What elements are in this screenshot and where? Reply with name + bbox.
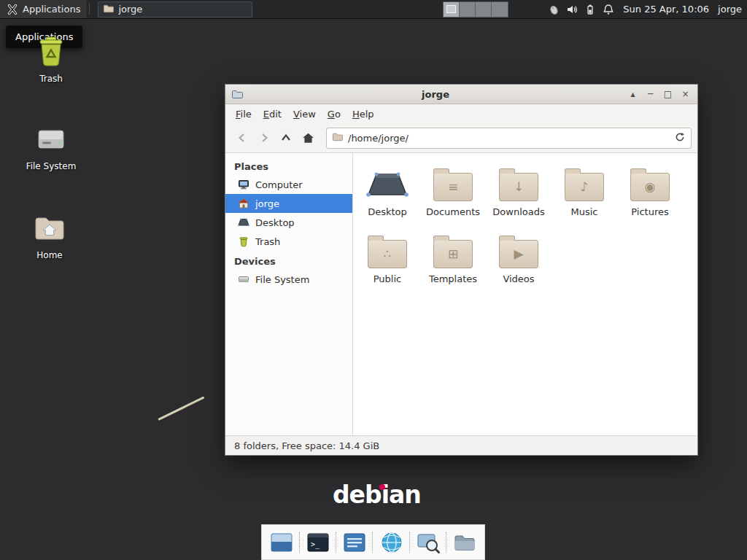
tray-power-icon[interactable]	[584, 4, 596, 15]
workspace-1[interactable]	[444, 2, 460, 17]
desktop-icon-home[interactable]: Home	[15, 210, 85, 260]
tray-volume-icon[interactable]	[566, 4, 578, 15]
folder-item-videos[interactable]: ▶ Videos	[486, 228, 551, 284]
template-emblem-icon: ⊞	[434, 241, 472, 268]
home-button[interactable]	[297, 128, 319, 148]
sidebar-item-label: File System	[255, 274, 309, 285]
folder-icon: ◉	[630, 173, 670, 201]
icon-grid: Desktop ≡ Documents ↓	[353, 153, 697, 292]
applications-menu-label: Applications	[23, 4, 80, 15]
top-panel: Applications jorge Sun 25 Apr,	[0, 0, 747, 19]
desktop-icon-file-system[interactable]: File System	[16, 121, 86, 171]
workspace-4[interactable]	[492, 2, 508, 17]
folder-label: Music	[571, 206, 598, 217]
statusbar: 8 folders, Free space: 14.4 GiB	[225, 435, 697, 455]
shade-button[interactable]: ▴	[627, 88, 639, 101]
sidebar-item-label: Computer	[255, 179, 303, 190]
dock-web-browser-icon[interactable]	[379, 530, 404, 555]
computer-icon	[238, 179, 249, 190]
tray-mouse-icon[interactable]	[548, 4, 560, 15]
video-emblem-icon: ▶	[500, 241, 538, 268]
debian-red-dot-icon	[379, 484, 385, 490]
clock[interactable]: Sun 25 Apr, 10:06	[623, 4, 709, 15]
sidebar-item-computer[interactable]: Computer	[225, 175, 352, 194]
applications-menu-button[interactable]: Applications	[0, 0, 87, 18]
titlebar[interactable]: jorge ▴ ─ □ ×	[225, 85, 697, 104]
file-manager-window: jorge ▴ ─ □ × File Edit View Go Help	[225, 84, 698, 456]
debian-logo: debian	[333, 483, 421, 507]
sidebar-item-label: Desktop	[255, 217, 295, 228]
tray-notifications-icon[interactable]	[603, 4, 614, 15]
folder-icon: ↓	[499, 173, 538, 201]
menu-view[interactable]: View	[287, 106, 322, 122]
share-emblem-icon: ∴	[368, 241, 406, 268]
debian-logo-text: debian	[333, 481, 421, 509]
dock-app-finder-icon[interactable]	[416, 530, 441, 555]
stray-line-artifact	[158, 396, 204, 420]
download-arrow-emblem-icon: ↓	[500, 174, 538, 201]
folder-label: Public	[374, 273, 401, 284]
dock-list-window-icon[interactable]	[342, 530, 367, 555]
folder-item-documents[interactable]: ≡ Documents	[420, 160, 486, 217]
back-button[interactable]	[231, 128, 253, 148]
menu-file[interactable]: File	[230, 106, 258, 122]
sidebar-item-label: jorge	[255, 198, 279, 209]
folder-item-desktop[interactable]: Desktop	[355, 160, 420, 217]
bottom-dock: >_	[261, 524, 485, 560]
sidebar-item-trash[interactable]: Trash	[225, 232, 352, 251]
desktop-icon-label: Trash	[16, 74, 86, 84]
taskbar-window-button[interactable]: jorge	[98, 1, 252, 18]
places-header: Places	[225, 156, 352, 175]
dock-separator	[299, 532, 301, 553]
devices-header: Devices	[225, 251, 352, 270]
workspace-2[interactable]	[460, 2, 476, 17]
dock-file-manager-icon[interactable]	[452, 530, 477, 555]
folder-item-pictures[interactable]: ◉ Pictures	[617, 160, 683, 217]
folder-icon-box: ≡	[433, 160, 473, 201]
folder-icon: ⊞	[433, 240, 473, 268]
up-button[interactable]	[275, 128, 297, 148]
desktop-icon-trash[interactable]: Trash	[16, 34, 86, 84]
folder-label: Pictures	[631, 206, 668, 217]
folder-label: Videos	[503, 273, 534, 284]
reload-button[interactable]	[674, 131, 686, 145]
folder-label: Documents	[426, 206, 480, 217]
menu-edit[interactable]: Edit	[258, 106, 287, 122]
folder-item-downloads[interactable]: ↓ Downloads	[486, 160, 551, 217]
sidebar-item-file-system[interactable]: File System	[225, 270, 352, 289]
workspace-3[interactable]	[476, 2, 492, 17]
desktop-icon-label: Home	[15, 250, 85, 260]
toolbar: /home/jorge/	[225, 123, 697, 153]
minimize-button[interactable]: ─	[644, 88, 657, 101]
dock-show-desktop-icon[interactable]	[269, 530, 294, 555]
folder-item-public[interactable]: ∴ Public	[355, 228, 420, 284]
maximize-button[interactable]: □	[662, 88, 674, 101]
folder-icon	[103, 3, 114, 16]
dock-separator	[372, 532, 374, 553]
panel-right-cluster: Sun 25 Apr, 10:06 jorge	[548, 0, 742, 18]
sidebar-item-jorge[interactable]: jorge	[225, 194, 352, 213]
home-folder-icon	[15, 210, 85, 246]
desktop-icon	[238, 217, 249, 228]
forward-button[interactable]	[253, 128, 275, 148]
folder-icon-box: ∴	[368, 228, 407, 268]
folder-item-templates[interactable]: ⊞ Templates	[420, 228, 486, 284]
close-button[interactable]: ×	[679, 88, 692, 101]
folder-label: Desktop	[368, 206, 407, 217]
music-note-emblem-icon: ♪	[565, 174, 603, 201]
sidebar-item-label: Trash	[255, 236, 280, 247]
location-bar[interactable]: /home/jorge/	[326, 128, 692, 149]
folder-icon-box: ▶	[499, 228, 538, 268]
folder-view[interactable]: Desktop ≡ Documents ↓	[353, 153, 697, 435]
dock-terminal-icon[interactable]: >_	[306, 530, 330, 555]
folder-icon-box: ↓	[499, 160, 538, 201]
menu-go[interactable]: Go	[322, 106, 347, 122]
desktop-icon-label: File System	[16, 161, 86, 171]
location-path[interactable]: /home/jorge/	[348, 133, 669, 144]
desktop-special-icon	[366, 160, 409, 201]
taskbar-window-label: jorge	[118, 4, 142, 15]
menu-help[interactable]: Help	[347, 106, 380, 122]
sidebar-item-desktop[interactable]: Desktop	[225, 213, 352, 232]
folder-item-music[interactable]: ♪ Music	[551, 160, 617, 217]
user-home-icon	[238, 198, 249, 209]
